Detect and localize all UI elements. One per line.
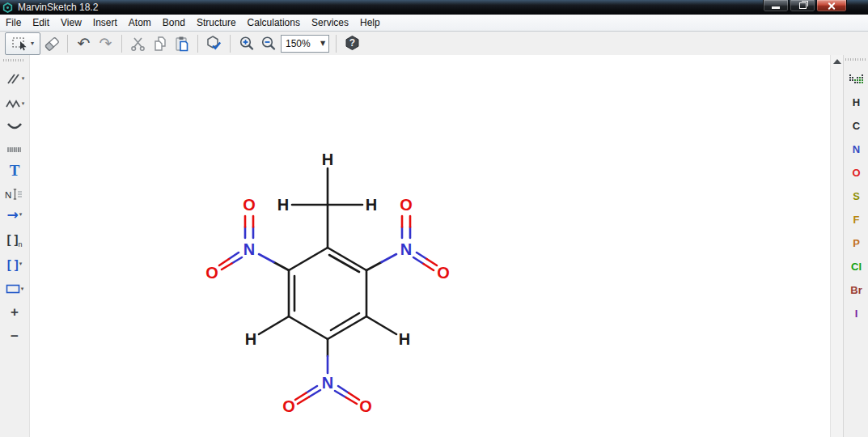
bond-segment[interactable] <box>417 252 427 259</box>
atom-label-n[interactable]: N <box>400 240 412 258</box>
rectangle-dropdown-caret[interactable]: ▾ <box>21 286 24 292</box>
sketch-canvas[interactable]: HHHONOONOHHNOO <box>30 55 830 437</box>
zoom-out-button[interactable] <box>257 33 279 54</box>
restore-button[interactable] <box>790 0 815 12</box>
element-f[interactable]: F <box>844 214 868 226</box>
atom-label-tool[interactable]: N <box>0 185 29 204</box>
atom-label-o[interactable]: O <box>243 196 256 214</box>
atom-label-h[interactable]: H <box>322 151 333 168</box>
bond-segment[interactable] <box>427 259 438 265</box>
atom-label-o[interactable]: O <box>205 264 218 282</box>
selection-tool-button[interactable]: ▾ <box>5 32 40 55</box>
increase-charge-tool[interactable]: + <box>0 302 29 321</box>
close-button[interactable] <box>816 0 847 12</box>
bond-segment[interactable] <box>232 257 243 264</box>
element-o[interactable]: O <box>844 167 868 179</box>
element-s[interactable]: S <box>844 190 868 202</box>
bond-segment[interactable] <box>274 262 290 270</box>
bond-segment[interactable] <box>289 248 328 270</box>
bond-segment[interactable] <box>366 316 396 334</box>
copy-button[interactable] <box>149 33 171 54</box>
molecule-drawing[interactable]: HHHONOONOHHNOO <box>30 55 830 437</box>
reaction-arrow-tool[interactable]: → ▾ <box>0 205 29 224</box>
chain-dropdown-caret[interactable]: ▾ <box>22 101 25 107</box>
element-p[interactable]: P <box>844 237 868 249</box>
atom-label-o[interactable]: O <box>400 196 413 214</box>
selection-dropdown-caret[interactable]: ▾ <box>31 40 34 47</box>
menu-insert[interactable]: Insert <box>87 15 123 31</box>
palette-drag-handle[interactable] <box>3 59 24 62</box>
bond-segment[interactable] <box>229 252 239 259</box>
bond-segment[interactable] <box>382 254 397 262</box>
atom-label-h[interactable]: H <box>245 330 256 348</box>
menu-edit[interactable]: Edit <box>27 15 55 31</box>
chain-tool[interactable]: ▾ <box>0 94 29 113</box>
menu-atom[interactable]: Atom <box>123 15 157 31</box>
atom-label-h[interactable]: H <box>399 330 410 348</box>
menu-view[interactable]: View <box>55 15 87 31</box>
undo-button[interactable]: ↶ <box>73 33 95 54</box>
bracket-tool[interactable]: [ ] ▾ <box>0 254 29 274</box>
combo-caret-icon[interactable]: ▼ <box>317 40 328 47</box>
cut-icon <box>129 35 147 53</box>
element-n[interactable]: N <box>844 143 868 155</box>
multiline-tool[interactable] <box>0 140 29 159</box>
palette-drag-handle[interactable] <box>845 58 867 61</box>
element-h[interactable]: H <box>844 96 868 108</box>
eraser-button[interactable] <box>40 33 62 54</box>
zoom-out-icon <box>260 35 277 53</box>
check-structure-button[interactable] <box>203 33 225 54</box>
arrow-dropdown-caret[interactable]: ▾ <box>19 212 23 218</box>
bond-tool[interactable]: ▾ <box>0 69 29 88</box>
menu-services[interactable]: Services <box>306 15 354 31</box>
close-icon <box>828 2 836 10</box>
bond-segment[interactable] <box>338 386 349 393</box>
help-button[interactable]: ? <box>341 33 363 54</box>
text-tool[interactable]: T <box>0 160 29 180</box>
menu-help[interactable]: Help <box>354 15 386 31</box>
atom-label-o[interactable]: O <box>437 264 450 282</box>
redo-button[interactable]: ↷ <box>95 33 116 54</box>
bond-segment[interactable] <box>366 262 382 270</box>
minimize-button[interactable] <box>763 0 789 12</box>
window-title: MarvinSketch 18.2 <box>18 2 98 13</box>
zoom-in-button[interactable] <box>235 33 257 54</box>
element-br[interactable]: Br <box>844 284 868 296</box>
scroll-up-icon[interactable] <box>833 59 841 64</box>
canvas-vertical-scrollbar[interactable] <box>830 55 844 437</box>
decrease-charge-tool[interactable]: − <box>0 326 29 346</box>
bond-segment[interactable] <box>219 259 229 265</box>
paste-button[interactable] <box>171 33 193 54</box>
zoom-level-combobox[interactable]: 150% ▼ <box>281 35 329 53</box>
menu-calculations[interactable]: Calculations <box>242 15 306 31</box>
bond-segment[interactable] <box>289 316 328 339</box>
atom-label-o[interactable]: O <box>359 397 372 415</box>
bond-dropdown-caret[interactable]: ▾ <box>22 76 25 82</box>
element-cl[interactable]: Cl <box>844 261 868 273</box>
rectangle-tool[interactable]: ▾ <box>0 279 29 299</box>
bond-segment[interactable] <box>259 316 289 334</box>
bond-segment[interactable] <box>424 264 434 270</box>
atom-label-h[interactable]: H <box>366 196 377 214</box>
atom-label-o[interactable]: O <box>282 397 295 415</box>
arc-tool[interactable] <box>0 117 29 136</box>
element-i[interactable]: I <box>844 308 868 320</box>
bond-segment[interactable] <box>328 248 366 270</box>
bracket-dropdown-caret[interactable]: ▾ <box>19 261 23 267</box>
bond-segment[interactable] <box>259 254 274 262</box>
periodic-table-icon[interactable] <box>849 74 863 85</box>
atom-label-n[interactable]: N <box>322 374 333 392</box>
menu-structure[interactable]: Structure <box>191 15 242 31</box>
bond-segment[interactable] <box>222 264 232 270</box>
element-c[interactable]: C <box>844 120 868 132</box>
repeat-group-tool[interactable]: [ ] n <box>0 229 29 248</box>
bond-segment[interactable] <box>335 391 346 397</box>
cut-button[interactable] <box>127 33 149 54</box>
check-structure-icon <box>205 34 223 53</box>
bond-segment[interactable] <box>331 313 359 330</box>
bond-segment[interactable] <box>413 257 424 264</box>
menu-file[interactable]: File <box>0 15 27 31</box>
menu-bond[interactable]: Bond <box>157 15 191 31</box>
atom-label-n[interactable]: N <box>243 240 255 258</box>
atom-label-h[interactable]: H <box>277 196 289 214</box>
